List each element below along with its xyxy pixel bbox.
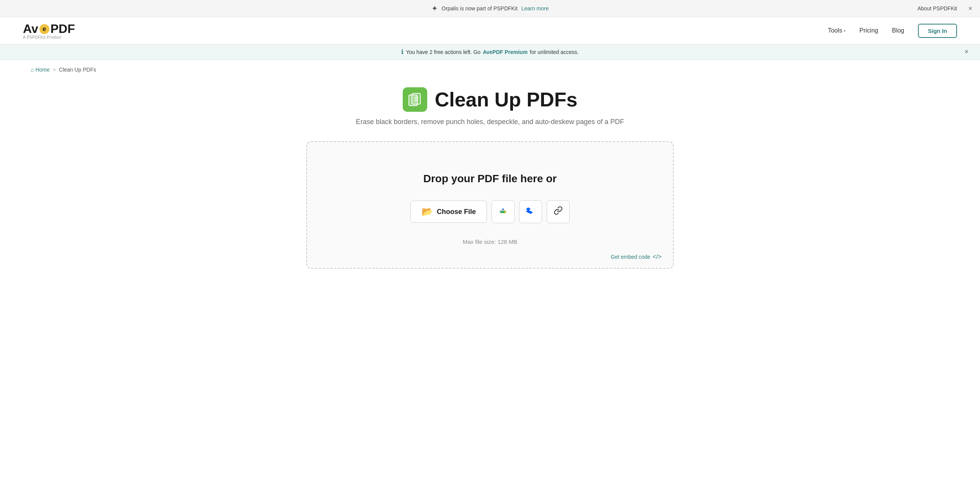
info-message-after: for unlimited access. bbox=[530, 49, 579, 55]
drop-text: Drop your PDF file here or bbox=[423, 173, 557, 185]
orpalis-icon: ✦ bbox=[431, 4, 438, 13]
logo-pdf: PDF bbox=[51, 22, 75, 36]
page-title: Clean Up PDFs bbox=[435, 88, 578, 111]
file-actions: 📂 Choose File bbox=[410, 200, 570, 223]
dropbox-button[interactable] bbox=[519, 200, 542, 223]
announcement-bar: ✦ Orpalis is now part of PSPDFKit Learn … bbox=[0, 0, 980, 17]
google-drive-icon bbox=[498, 206, 508, 217]
url-link-button[interactable] bbox=[547, 200, 570, 223]
nav-links: Tools ▾ Pricing Blog Sign In bbox=[828, 24, 957, 38]
tools-link[interactable]: Tools ▾ bbox=[828, 27, 846, 34]
link-icon bbox=[554, 206, 563, 217]
code-icon: </> bbox=[653, 253, 662, 260]
drop-zone[interactable]: Drop your PDF file here or 📂 Choose File bbox=[306, 141, 674, 269]
embed-code-link[interactable]: Get embed code </> bbox=[611, 253, 662, 260]
page-heading: Clean Up PDFs bbox=[403, 87, 578, 112]
choose-file-button[interactable]: 📂 Choose File bbox=[410, 201, 487, 223]
breadcrumb: ⌂ Home > Clean Up PDFs bbox=[0, 60, 980, 80]
nav-tools[interactable]: Tools ▾ bbox=[828, 27, 846, 34]
close-info-button[interactable]: × bbox=[964, 48, 969, 56]
logo-e: e bbox=[39, 24, 49, 34]
close-announcement-button[interactable]: × bbox=[968, 5, 972, 13]
chevron-down-icon: ▾ bbox=[844, 29, 846, 33]
nav-signin[interactable]: Sign In bbox=[918, 24, 957, 38]
embed-label: Get embed code bbox=[611, 254, 650, 260]
info-bar: ℹ You have 2 free actions left. Go AvePD… bbox=[0, 44, 980, 60]
breadcrumb-separator: > bbox=[53, 67, 56, 73]
logo-sub: A PSPDFKit Product bbox=[23, 35, 75, 39]
tools-label: Tools bbox=[828, 27, 842, 34]
page-icon bbox=[403, 87, 427, 112]
nav-blog[interactable]: Blog bbox=[892, 27, 904, 34]
navbar: Av e PDF A PSPDFKit Product Tools ▾ Pric… bbox=[0, 17, 980, 44]
announcement-text: Orpalis is now part of PSPDFKit bbox=[442, 5, 518, 11]
page-subtitle: Erase black borders, remove punch holes,… bbox=[356, 118, 624, 126]
learn-more-link[interactable]: Learn more bbox=[521, 5, 549, 11]
logo: Av e PDF A PSPDFKit Product bbox=[23, 22, 75, 39]
folder-icon: 📂 bbox=[421, 206, 433, 217]
nav-pricing[interactable]: Pricing bbox=[859, 27, 878, 34]
choose-file-label: Choose File bbox=[437, 208, 476, 216]
blog-link[interactable]: Blog bbox=[892, 27, 904, 34]
about-pspdkit-label: About PSPDFKit bbox=[918, 5, 957, 11]
main-content: Clean Up PDFs Erase black borders, remov… bbox=[0, 80, 980, 292]
dropbox-icon bbox=[526, 206, 535, 217]
logo-av: Av bbox=[23, 22, 38, 36]
signin-button[interactable]: Sign In bbox=[918, 24, 957, 38]
info-icon: ℹ bbox=[401, 48, 403, 56]
breadcrumb-current: Clean Up PDFs bbox=[59, 67, 96, 73]
logo-text: Av e PDF bbox=[23, 22, 75, 36]
breadcrumb-home-link[interactable]: ⌂ Home bbox=[31, 67, 50, 73]
clean-pdf-icon-svg bbox=[407, 92, 423, 107]
google-drive-button[interactable] bbox=[492, 200, 514, 223]
pricing-link[interactable]: Pricing bbox=[859, 27, 878, 34]
info-message-before: You have 2 free actions left. Go bbox=[406, 49, 480, 55]
avepdf-premium-link[interactable]: AvePDF Premium bbox=[483, 49, 528, 55]
breadcrumb-home-label: Home bbox=[35, 67, 49, 73]
max-file-size: Max file size: 128 MB bbox=[463, 238, 518, 245]
home-icon: ⌂ bbox=[31, 67, 34, 73]
